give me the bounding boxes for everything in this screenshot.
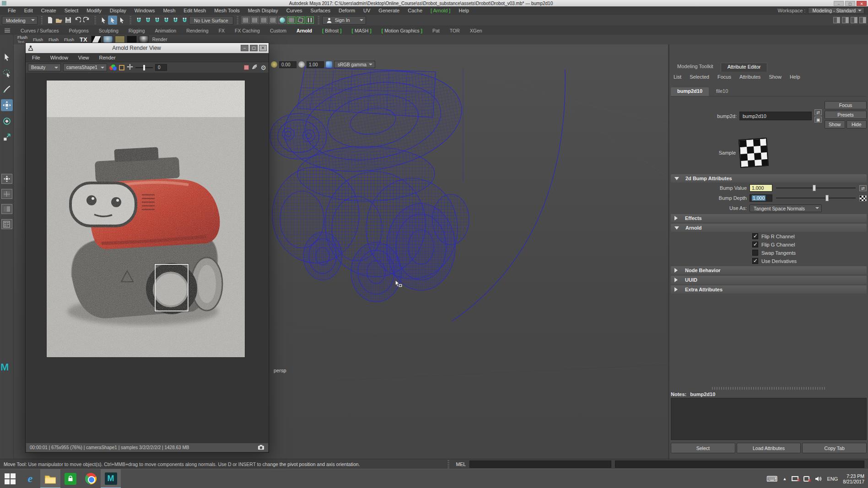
toolbar-grip[interactable] xyxy=(317,16,319,24)
shelf-tab-fx-caching[interactable]: FX Caching xyxy=(230,28,265,33)
shelf-button-tx[interactable]: TX xyxy=(78,38,89,42)
notes-textarea[interactable] xyxy=(671,398,867,440)
hide-button[interactable]: Hide xyxy=(846,120,867,129)
focus-button[interactable]: Focus xyxy=(825,101,867,109)
section-2d-bump-attributes[interactable]: 2d Bump Attributes xyxy=(671,174,867,182)
make-live-icon[interactable] xyxy=(180,16,189,25)
menu-arnold[interactable]: Arnold xyxy=(426,8,454,13)
arnold-render-icon[interactable] xyxy=(287,16,296,24)
select-tool-icon[interactable] xyxy=(1,51,13,63)
toolbar-grip[interactable] xyxy=(236,16,238,24)
render-view-minimize-button[interactable]: – xyxy=(241,45,248,51)
gamma-field[interactable]: 1.00 xyxy=(307,61,324,68)
menu-mesh-tools[interactable]: Mesh Tools xyxy=(210,8,243,13)
show-button[interactable]: Show xyxy=(825,120,845,129)
snap-projected-center-icon[interactable] xyxy=(162,16,171,25)
toolbar-grip[interactable] xyxy=(40,16,43,24)
minimize-button[interactable]: – xyxy=(834,1,844,6)
internet-explorer-icon[interactable]: e xyxy=(20,469,40,488)
layout-outliner-persp-button[interactable] xyxy=(1,219,12,229)
stop-render-icon[interactable] xyxy=(244,65,249,70)
sidebar-layer-editor-icon[interactable] xyxy=(859,17,866,23)
lasso-tool-icon[interactable] xyxy=(1,67,13,79)
shelf-tab-mash[interactable]: MASH xyxy=(347,28,377,33)
menu-modify[interactable]: Modify xyxy=(82,8,105,13)
menu-uv[interactable]: UV xyxy=(359,8,374,13)
arnold-ipr-icon[interactable] xyxy=(297,16,305,24)
touch-keyboard-icon[interactable]: ⌨ xyxy=(766,474,778,483)
menu-mesh-display[interactable]: Mesh Display xyxy=(244,8,282,13)
menu-help[interactable]: Help xyxy=(454,8,473,13)
new-scene-icon[interactable] xyxy=(45,16,54,25)
ae-menu-show[interactable]: Show xyxy=(769,74,782,80)
snap-point-icon[interactable] xyxy=(152,16,162,25)
shelf-tab-custom[interactable]: Custom xyxy=(265,28,291,33)
bump-depth-field[interactable]: 1.000 xyxy=(749,194,772,202)
load-attributes-button[interactable]: Load Attributes xyxy=(737,443,801,453)
flip-g-channel-checkbox[interactable] xyxy=(752,241,758,247)
shelf-tab-animation[interactable]: Animation xyxy=(150,28,181,33)
debug-value-field[interactable]: 0 xyxy=(155,64,167,71)
render-settings-gear-icon[interactable]: ⚙ xyxy=(260,64,266,71)
menu-curves[interactable]: Curves xyxy=(282,8,307,13)
shelf-tab-rigging[interactable]: Rigging xyxy=(124,28,150,33)
gamma-icon[interactable] xyxy=(298,61,305,68)
use-as-dropdown[interactable]: Tangent Space Normals xyxy=(749,204,822,212)
shelf-tab-arnold[interactable]: Arnold xyxy=(291,28,317,33)
ae-menu-focus[interactable]: Focus xyxy=(717,74,731,80)
layout-single-pane-button[interactable] xyxy=(1,174,12,184)
rv-menu-file[interactable]: File xyxy=(32,55,40,60)
camera-dropdown[interactable]: cameraShape1 xyxy=(63,64,107,71)
rv-menu-render[interactable]: Render xyxy=(99,55,116,60)
render-view-titlebar[interactable]: Arnold Render View – ▢ ✕ xyxy=(26,43,269,53)
shelf-menu-icon[interactable] xyxy=(5,28,10,32)
menu-create[interactable]: Create xyxy=(37,8,60,13)
maya-taskbar-icon[interactable]: M xyxy=(101,469,121,488)
bump-value-field[interactable]: 1.000 xyxy=(749,184,772,192)
light-editor-icon[interactable] xyxy=(269,16,277,24)
taskbar-clock[interactable]: 7:23 PM 8/21/2017 xyxy=(843,473,864,484)
menu-cache[interactable]: Cache xyxy=(404,8,426,13)
tab-attribute-editor[interactable]: Attribute Editor xyxy=(721,63,768,72)
file-explorer-icon[interactable] xyxy=(40,469,60,488)
refresh-render-icon[interactable] xyxy=(127,64,133,72)
network-icon[interactable]: ✕ xyxy=(792,476,798,481)
menu-select[interactable]: Select xyxy=(60,8,83,13)
section-effects[interactable]: Effects xyxy=(671,214,867,222)
workspace-dropdown[interactable]: Modeling - Standard xyxy=(808,7,864,14)
shelf-button-flush-4[interactable]: Flush xyxy=(62,38,76,42)
snapshot-camera-icon[interactable] xyxy=(258,444,264,451)
render-view-maximize-button[interactable]: ▢ xyxy=(250,45,258,51)
notes-resize-grip[interactable] xyxy=(712,387,825,390)
menu-windows[interactable]: Windows xyxy=(130,8,159,13)
shelf-tab-xgen[interactable]: XGen xyxy=(465,28,487,33)
select-component-icon[interactable] xyxy=(117,16,126,25)
copy-tab-button[interactable]: Copy Tab xyxy=(802,443,867,453)
debug-slider[interactable] xyxy=(135,67,153,68)
windows-store-icon[interactable] xyxy=(60,469,81,488)
ae-menu-selected[interactable]: Selected xyxy=(690,74,709,80)
select-hierarchy-icon[interactable] xyxy=(99,16,108,25)
arnold-pause-icon[interactable] xyxy=(306,16,314,24)
ae-menu-list[interactable]: List xyxy=(674,74,681,80)
rv-menu-view[interactable]: View xyxy=(78,55,89,60)
shelf-tab-fx[interactable]: FX xyxy=(214,28,230,33)
shelf-tab-pat[interactable]: Pat xyxy=(427,28,445,33)
flip-r-channel-checkbox[interactable] xyxy=(752,233,758,239)
scale-tool-icon[interactable] xyxy=(1,131,13,143)
shelf-button-flush-3[interactable]: Flush xyxy=(47,38,60,42)
shelf-tab-tor[interactable]: TOR xyxy=(445,28,465,33)
shelf-tab-motion-graphics[interactable]: Motion Graphics xyxy=(377,28,427,33)
shelf-button-render[interactable]: Render xyxy=(151,38,169,42)
render-view-icon[interactable] xyxy=(260,16,268,24)
node-name-field[interactable]: bump2d10 xyxy=(739,112,812,120)
menu-generate[interactable]: Generate xyxy=(374,8,404,13)
ae-menu-attributes[interactable]: Attributes xyxy=(739,74,760,80)
aov-dropdown[interactable]: Beauty xyxy=(28,64,61,71)
menu-deform[interactable]: Deform xyxy=(334,8,359,13)
sign-in-dropdown[interactable]: Sign In xyxy=(322,16,366,25)
maximize-button[interactable]: ▢ xyxy=(845,1,855,6)
save-scene-icon[interactable] xyxy=(64,16,73,25)
sidebar-channel-box-icon[interactable] xyxy=(851,17,857,23)
view-transform-dropdown[interactable]: sRGB gamma xyxy=(334,61,375,68)
